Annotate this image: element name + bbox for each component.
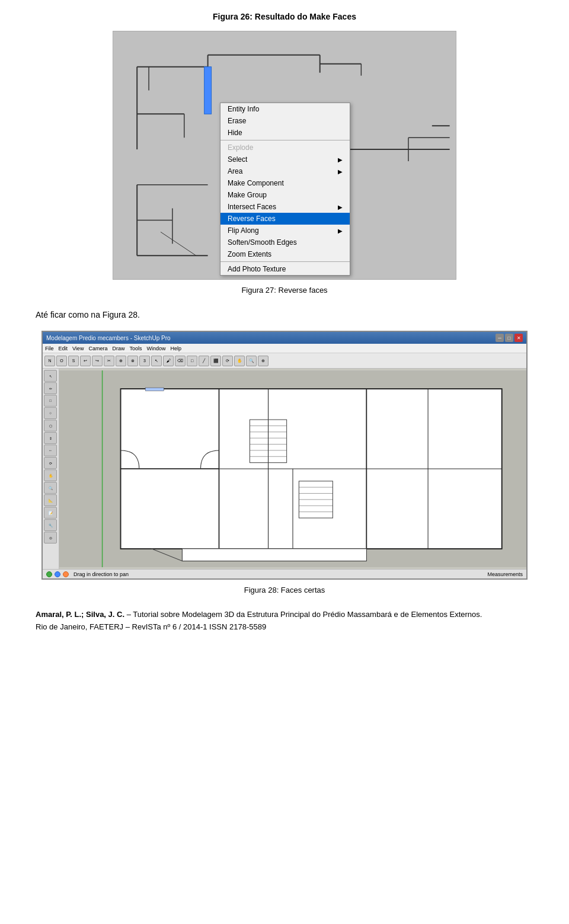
figure26-title: Figura 26: Resultado do Make Faces (36, 12, 533, 21)
tool-orbit[interactable]: ⟳ (222, 356, 233, 366)
minimize-button[interactable]: ─ (496, 334, 504, 342)
sketchup-left-toolbar: ↖ ✏ □ ○ ⬡ ⇕ ↔ ⟳ ✋ 🔍 📐 📝 🔧 ⊙ (43, 369, 59, 569)
tool-rect[interactable]: □ (187, 356, 197, 366)
sketchup-canvas (59, 369, 526, 569)
menu-view[interactable]: View (72, 346, 84, 351)
menu-item-zoom-extents[interactable]: Zoom Extents (220, 248, 350, 260)
menu-camera[interactable]: Camera (88, 346, 107, 351)
menu-separator-2 (220, 261, 350, 262)
left-tool-5[interactable]: ⬡ (44, 420, 57, 431)
footer-title: – Tutorial sobre Modelagem 3D da Estrutu… (127, 610, 482, 619)
svg-rect-50 (182, 549, 366, 561)
sketchup-screenshot: Entity Info Erase Hide Explode Select ▶ … (113, 31, 456, 280)
menu-item-area[interactable]: Area ▶ (220, 165, 350, 177)
menu-item-flip-along[interactable]: Flip Along ▶ (220, 225, 350, 236)
figure28-caption: Figura 28: Faces certas (36, 586, 533, 594)
menu-item-make-component[interactable]: Make Component (220, 177, 350, 189)
tool-new[interactable]: N (44, 356, 55, 366)
status-circle-orange (63, 571, 69, 577)
sketchup-titlebar: Modelagem Predio mecambers - SketchUp Pr… (43, 332, 526, 344)
figure27-caption: Figura 27: Reverse faces (36, 286, 533, 295)
area-arrow-icon: ▶ (338, 168, 343, 175)
sketchup-toolbar: N O S ↩ ↪ ✂ ⊕ ⊗ 3 ↖ 🖌 ⌫ □ ╱ ⬛ ⟳ ✋ 🔍 ⊕ (43, 353, 526, 369)
figure28-container: Modelagem Predio mecambers - SketchUp Pr… (36, 331, 533, 580)
tool-open[interactable]: O (56, 356, 67, 366)
left-tool-8[interactable]: ⟳ (44, 457, 57, 469)
tool-paste[interactable]: ⊗ (127, 356, 138, 366)
status-text: Drag in direction to pan (73, 571, 129, 577)
left-tool-2[interactable]: ✏ (44, 382, 57, 394)
menu-item-add-photo-texture[interactable]: Add Photo Texture (220, 263, 350, 275)
left-tool-7[interactable]: ↔ (44, 445, 57, 456)
left-tool-1[interactable]: ↖ (44, 370, 57, 382)
window-controls: ─ □ ✕ (496, 334, 523, 342)
menu-draw[interactable]: Draw (112, 346, 124, 351)
menu-item-erase[interactable]: Erase (220, 115, 350, 127)
measurements-label: Measurements (487, 571, 523, 577)
left-tool-12[interactable]: 📝 (44, 507, 57, 519)
tool-undo[interactable]: ↩ (80, 356, 91, 366)
left-tool-9[interactable]: ✋ (44, 469, 57, 481)
context-menu: Entity Info Erase Hide Explode Select ▶ … (220, 103, 350, 276)
left-tool-10[interactable]: 🔍 (44, 482, 57, 494)
menu-item-entity-info[interactable]: Entity Info (220, 103, 350, 115)
svg-rect-28 (121, 469, 219, 549)
left-tool-14[interactable]: ⊙ (44, 532, 57, 543)
tool-copy[interactable]: ⊕ (116, 356, 126, 366)
left-tool-11[interactable]: 📐 (44, 494, 57, 506)
tool-line[interactable]: ╱ (199, 356, 209, 366)
menu-tools[interactable]: Tools (129, 346, 142, 351)
menu-item-soften-smooth[interactable]: Soften/Smooth Edges (220, 236, 350, 248)
left-tool-4[interactable]: ○ (44, 407, 57, 419)
tool-save[interactable]: S (68, 356, 79, 366)
menu-item-reverse-faces[interactable]: Reverse Faces (220, 213, 350, 225)
tool-cut[interactable]: ✂ (104, 356, 114, 366)
footer-journal: Rio de Janeiro, FAETERJ – RevISTa nº 6 /… (36, 622, 266, 631)
sketchup-menubar: File Edit View Camera Draw Tools Window … (43, 344, 526, 353)
tool-zoom-fit[interactable]: ⊕ (258, 356, 268, 366)
paragraph-text: Até ficar como na Figura 28. (36, 309, 533, 321)
tool-redo[interactable]: ↪ (92, 356, 103, 366)
floor-plan-svg (59, 369, 526, 569)
intersect-arrow-icon: ▶ (338, 204, 343, 210)
tool-pan[interactable]: ✋ (234, 356, 245, 366)
footer-author: Amaral, P. L.; Silva, J. C. (36, 610, 124, 619)
figure27-container: Entity Info Erase Hide Explode Select ▶ … (36, 31, 533, 280)
maximize-button[interactable]: □ (505, 334, 513, 342)
menu-file[interactable]: File (45, 346, 54, 351)
tool-3d[interactable]: 3 (139, 356, 150, 366)
svg-rect-49 (145, 388, 164, 391)
svg-rect-9 (204, 67, 212, 114)
menu-item-explode: Explode (220, 142, 350, 154)
status-circle-blue (55, 571, 60, 577)
sketchup-screenshot2: Modelagem Predio mecambers - SketchUp Pr… (41, 331, 528, 580)
svg-rect-27 (121, 389, 219, 469)
menu-item-make-group[interactable]: Make Group (220, 189, 350, 201)
left-tool-3[interactable]: □ (44, 395, 57, 407)
tool-paint[interactable]: 🖌 (163, 356, 174, 366)
menu-help[interactable]: Help (170, 346, 181, 351)
status-circles: Drag in direction to pan (46, 571, 129, 577)
sketchup-title-text: Modelagem Predio mecambers - SketchUp Pr… (46, 335, 171, 341)
tool-erase[interactable]: ⌫ (175, 356, 186, 366)
sketchup-main-area: ↖ ✏ □ ○ ⬡ ⇕ ↔ ⟳ ✋ 🔍 📐 📝 🔧 ⊙ (43, 369, 526, 569)
select-arrow-icon: ▶ (338, 156, 343, 163)
footer: Amaral, P. L.; Silva, J. C. – Tutorial s… (36, 609, 533, 634)
menu-item-select[interactable]: Select ▶ (220, 154, 350, 165)
menu-separator-1 (220, 140, 350, 140)
menu-window[interactable]: Window (146, 346, 165, 351)
sketchup-statusbar: Drag in direction to pan Measurements (43, 569, 526, 578)
close-button[interactable]: ✕ (514, 334, 523, 342)
tool-zoom[interactable]: 🔍 (246, 356, 257, 366)
menu-edit[interactable]: Edit (59, 346, 68, 351)
menu-item-hide[interactable]: Hide (220, 127, 350, 139)
left-tool-6[interactable]: ⇕ (44, 432, 57, 444)
menu-item-intersect-faces[interactable]: Intersect Faces ▶ (220, 201, 350, 213)
tool-select[interactable]: ↖ (151, 356, 162, 366)
tool-push[interactable]: ⬛ (210, 356, 221, 366)
flip-arrow-icon: ▶ (338, 228, 343, 234)
left-tool-13[interactable]: 🔧 (44, 519, 57, 531)
status-circle-green (46, 571, 52, 577)
